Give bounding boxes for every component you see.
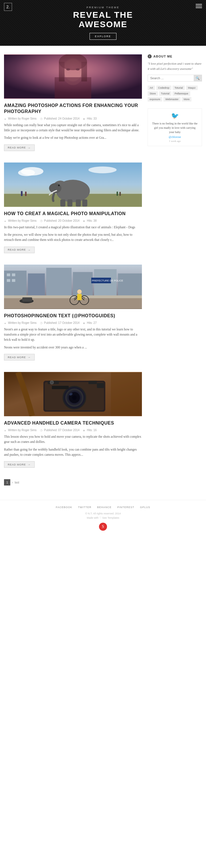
svg-rect-30 xyxy=(73,272,93,299)
svg-rect-33 xyxy=(7,274,10,276)
sidebar-twitter-section: 🐦 There is no feeling in the world like … xyxy=(148,108,202,146)
svg-point-60 xyxy=(72,395,77,400)
person-icon xyxy=(4,429,7,431)
tag-item[interactable]: Art xyxy=(148,86,155,90)
article-4: ADVANCED HANDHELD CAMERA TECHNIQUES Writ… xyxy=(4,372,142,468)
svg-rect-22 xyxy=(21,191,23,196)
article-3-author: Written by Roger Sims xyxy=(4,321,37,324)
svg-rect-6 xyxy=(82,62,87,82)
menu-toggle[interactable] xyxy=(196,4,202,8)
page-next-link[interactable]: › xyxy=(12,481,13,484)
header-main-title: REVEAL THE AWESOME xyxy=(73,10,133,29)
article-4-views: Hits: 16 xyxy=(83,429,97,432)
svg-rect-18 xyxy=(76,199,81,207)
tag-item[interactable]: Pellaresque xyxy=(173,91,190,96)
person-icon xyxy=(4,321,7,324)
explore-button[interactable]: EXPLORE xyxy=(90,33,117,40)
article-2-read-more[interactable]: READ MORE xyxy=(4,247,35,253)
svg-point-20 xyxy=(49,183,61,193)
tag-item[interactable]: Store xyxy=(148,91,158,96)
tag-item[interactable]: Codedrop xyxy=(156,86,172,90)
article-4-date: Published: 07 October 2014 xyxy=(40,429,80,432)
person-icon xyxy=(4,219,7,222)
footer-nav-item[interactable]: TWITTER xyxy=(78,506,91,509)
tag-item[interactable]: Toturial xyxy=(173,86,185,90)
site-header: 2. PREMIUM THEME REVEAL THE AWESOME EXPL… xyxy=(0,0,206,46)
twitter-handle[interactable]: @chlorose xyxy=(151,135,198,138)
svg-rect-5 xyxy=(59,62,65,82)
eye-icon xyxy=(83,219,86,222)
article-2-date: Published: 20 October 2014 xyxy=(40,219,80,222)
eye-icon xyxy=(83,321,86,324)
article-4-excerpt-2: Rather than going for the wobbly handhel… xyxy=(4,447,142,458)
article-4-excerpt-1: This lesson shows you how to hold and mo… xyxy=(4,434,142,444)
article-2-title: HOW TO CREAT A MAGICAL PHOTO MANIPULATIO… xyxy=(4,211,142,217)
article-1-excerpt-2: Today we're going to look at a few of ou… xyxy=(4,135,142,140)
article-3-read-more[interactable]: READ MORE xyxy=(4,354,35,361)
sidebar-about-title: i ABOUT ME xyxy=(148,54,202,58)
site-logo[interactable]: 2. xyxy=(4,3,12,11)
header-pre-title: PREMIUM THEME xyxy=(73,6,133,9)
article-4-read-more[interactable]: READ MORE xyxy=(4,461,35,468)
svg-point-67 xyxy=(50,381,53,384)
svg-rect-34 xyxy=(12,274,16,276)
footer-nav-item[interactable]: GPLUS xyxy=(140,506,150,509)
article-1-date: Published: 24 October 2014 xyxy=(40,117,80,120)
eye-icon xyxy=(83,117,86,120)
clock-icon xyxy=(40,321,43,324)
article-2-views: Hits: 38 xyxy=(83,219,97,222)
article-1-author: Written by Roger Sims xyxy=(4,117,37,120)
clock-icon xyxy=(40,219,43,222)
search-input[interactable] xyxy=(148,75,194,81)
page-1-button[interactable]: 1 xyxy=(4,479,10,486)
article-3-date: Published: 17 October 2014 xyxy=(40,321,80,324)
article-3-excerpt-1: Neon's are a great way to feature a titl… xyxy=(4,327,142,342)
footer-nav-item[interactable]: FACEBOOK xyxy=(56,506,72,509)
page-last-link[interactable]: last xyxy=(14,481,19,484)
svg-rect-68 xyxy=(111,372,142,416)
article-1-title: AMAZING PHOTOSHOP ACTIONS FOR ENHANCING … xyxy=(4,103,142,115)
article-4-meta: Written by Roger Sims Published: 07 Octo… xyxy=(4,429,142,432)
svg-point-12 xyxy=(18,169,35,176)
search-button[interactable]: 🔍 xyxy=(194,75,202,81)
svg-rect-36 xyxy=(12,279,16,282)
footer-nav-item[interactable]: BEHANCE xyxy=(97,506,112,509)
svg-point-21 xyxy=(58,185,60,186)
article-4-image xyxy=(4,372,142,416)
eye-icon xyxy=(83,429,86,431)
header-content: PREMIUM THEME REVEAL THE AWESOME EXPLORE xyxy=(73,6,133,40)
svg-rect-65 xyxy=(52,386,69,390)
svg-rect-19 xyxy=(82,199,87,207)
article-1: AMAZING PHOTOSHOP ACTIONS FOR ENHANCING … xyxy=(4,54,142,151)
twitter-time: 1 week ago xyxy=(151,140,198,143)
tag-item[interactable]: Webmaster xyxy=(164,97,180,101)
article-1-image xyxy=(4,54,142,99)
svg-rect-17 xyxy=(67,199,72,207)
sidebar-search-box: 🔍 xyxy=(148,75,202,82)
svg-rect-49 xyxy=(22,297,32,302)
svg-rect-16 xyxy=(60,199,65,207)
svg-text:PREFECTURE DE POLICE: PREFECTURE DE POLICE xyxy=(92,279,123,282)
svg-point-2 xyxy=(64,59,82,82)
footer-nav: FACEBOOKTWITTERBEHANCEPINTERESTGPLUS xyxy=(4,506,202,509)
pagination: 1 › last xyxy=(4,479,142,486)
footer-nav-item[interactable]: PINTEREST xyxy=(117,506,135,509)
article-3-excerpt-2: Neons were invented by accident over 300… xyxy=(4,345,142,350)
article-3-image: PREFECTURE DE POLICE xyxy=(4,265,142,309)
person-icon xyxy=(4,117,7,120)
article-2-image xyxy=(4,162,142,207)
svg-point-1 xyxy=(62,58,84,85)
article-4-author: Written by Roger Sims xyxy=(4,429,37,432)
tag-item[interactable]: exposure xyxy=(148,97,162,101)
svg-rect-64 xyxy=(97,383,104,388)
tag-item[interactable]: More xyxy=(182,97,192,101)
tag-item[interactable]: Tutorial xyxy=(159,91,172,96)
svg-rect-24 xyxy=(116,191,118,196)
svg-rect-45 xyxy=(77,294,82,300)
tag-item[interactable]: Maqzz xyxy=(186,86,198,90)
article-1-read-more[interactable]: READ MORE xyxy=(4,145,35,151)
article-3: PREFECTURE DE POLICE PHOTOSHOPINGNEON TE… xyxy=(4,265,142,361)
footer-copy-line2: Made with ♡ See Templates xyxy=(4,516,202,520)
footer-logo: S xyxy=(99,523,107,531)
article-2-meta: Written by Roger Sims Published: 20 Octo… xyxy=(4,219,142,222)
